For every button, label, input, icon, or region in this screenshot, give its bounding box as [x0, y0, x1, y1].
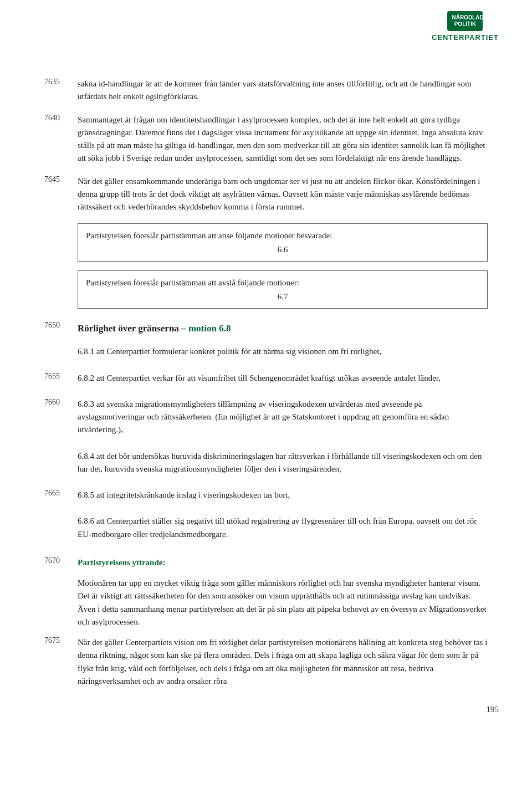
- paragraph-683: 6.8.3 att svenska migrationsmyndigheters…: [78, 398, 488, 437]
- partistyrelsens-text1: Motionären tar upp en mycket viktig fråg…: [78, 577, 488, 628]
- box1-row: Partistyrelsen föreslår partistämman att…: [44, 223, 488, 268]
- partistyrelsens-text2: När det gäller Centerpartiets vision om …: [78, 636, 488, 688]
- box1-text: Partistyrelsen föreslår partistämman att…: [86, 231, 332, 240]
- section-7670: 7670 Partistyrelsens yttrande: Motionäre…: [44, 556, 488, 636]
- paragraph-684: 6.8.4 att det bör undersökas huruvida di…: [78, 450, 488, 476]
- section-7660: 7660 6.8.3 att svenska migrationsmyndigh…: [44, 398, 488, 444]
- section-7675: 7675 När det gäller Centerpartiets visio…: [44, 636, 488, 695]
- section-7635: 7635 sakna id-handlingar är att de komme…: [44, 78, 488, 111]
- paragraph-3: När det gäller ensamkommande underåriga …: [78, 175, 488, 214]
- logo-area: NÄRODLAD POLITIK CENTERPARTIET: [432, 11, 499, 42]
- party-name: CENTERPARTIET: [432, 33, 499, 42]
- partistyrelsen-box-1: Partistyrelsen föreslår partistämman att…: [78, 223, 488, 262]
- line-number-7665: 7665: [44, 489, 78, 509]
- box2-row: Partistyrelsen föreslår partistämman att…: [44, 270, 488, 315]
- line-number-7635: 7635: [44, 78, 78, 111]
- section-7645: 7645 När det gäller ensamkommande underå…: [44, 175, 488, 222]
- text-7635: sakna id-handlingar är att de kommer frå…: [78, 78, 488, 111]
- paragraph-681: 6.8.1 att Centerpartiet formulerar konkr…: [78, 345, 488, 358]
- paragraph-682: 6.8.2 att Centerpartiet verkar för att v…: [78, 372, 488, 385]
- section-heading-area: Rörlighet över gränserna – motion 6.8: [78, 321, 488, 340]
- line-number-7650: 7650: [44, 321, 78, 340]
- text-7640: Sammantaget är frågan om identitetshandl…: [78, 114, 488, 173]
- page-number: 195: [487, 705, 499, 714]
- section-7650: 7650 Rörlighet över gränserna – motion 6…: [44, 321, 488, 340]
- line-number-7640: 7640: [44, 114, 78, 173]
- section-7665: 7665 6.8.5 att integritetskränkande insl…: [44, 489, 488, 509]
- text-7645: När det gäller ensamkommande underåriga …: [78, 175, 488, 222]
- line-number-7675: 7675: [44, 636, 78, 695]
- line-number-7670: 7670: [44, 556, 78, 636]
- section-heading: Rörlighet över gränserna – motion 6.8: [78, 323, 488, 334]
- paragraph-685: 6.8.5 att integritetskränkande inslag i …: [78, 489, 488, 502]
- box2-text: Partistyrelsen föreslår partistämman att…: [86, 278, 299, 287]
- line-number-7655: 7655: [44, 372, 78, 392]
- partistyrelsen-box-2: Partistyrelsen föreslår partistämman att…: [78, 270, 488, 309]
- partistyrelsens-yttrande-label: Partistyrelsens yttrande:: [78, 558, 165, 567]
- line-number-7660: 7660: [44, 398, 78, 444]
- paragraph-686: 6.8.6 att Centerpartiet ställer sig nega…: [78, 515, 488, 541]
- paragraph-1: sakna id-handlingar är att de kommer frå…: [78, 78, 488, 104]
- paragraph-2: Sammantaget är frågan om identitetshandl…: [78, 114, 488, 165]
- section-681: 6.8.1 att Centerpartiet formulerar konkr…: [44, 345, 488, 366]
- section-7640: 7640 Sammantaget är frågan om identitets…: [44, 114, 488, 173]
- content-area: 7635 sakna id-handlingar är att de komme…: [44, 78, 488, 695]
- partistyrelsens-heading: Partistyrelsens yttrande:: [78, 556, 488, 569]
- heading-prefix: Rörlighet över gränserna –: [78, 323, 188, 334]
- section-686: 6.8.6 att Centerpartiet ställer sig nega…: [44, 515, 488, 549]
- logo-badge: NÄRODLAD POLITIK: [447, 11, 483, 31]
- section-684: 6.8.4 att det bör undersökas huruvida di…: [44, 450, 488, 484]
- section-7655: 7655 6.8.2 att Centerpartiet verkar för …: [44, 372, 488, 392]
- motion-link[interactable]: motion 6.8: [188, 323, 231, 334]
- box1-number: 6.6: [86, 243, 479, 256]
- box2-number: 6.7: [86, 290, 479, 303]
- line-number-7645: 7645: [44, 175, 78, 222]
